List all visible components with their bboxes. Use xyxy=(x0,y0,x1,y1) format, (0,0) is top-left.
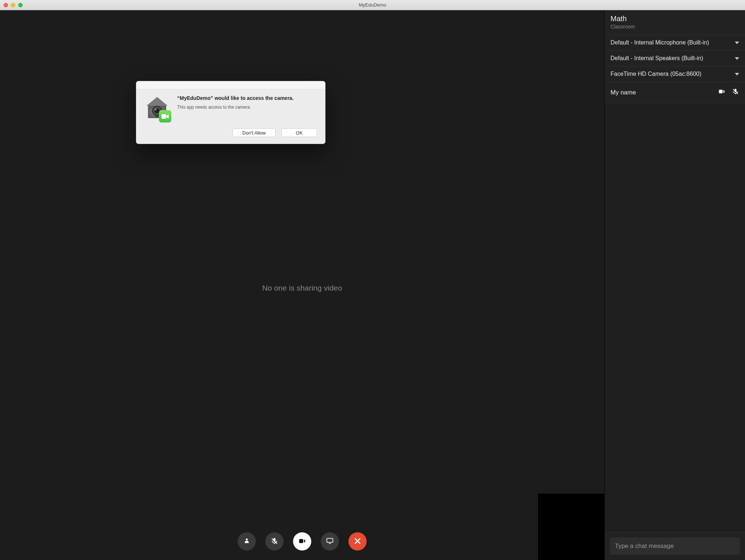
chevron-down-icon xyxy=(735,57,739,60)
self-video-thumbnail[interactable] xyxy=(538,494,604,560)
facetime-icon xyxy=(159,110,171,122)
camera-icon xyxy=(298,537,306,546)
mic-muted-icon xyxy=(732,88,739,97)
end-call-button[interactable] xyxy=(348,532,367,551)
window-title: MyEduDemo xyxy=(0,2,745,8)
participant-row: My name xyxy=(605,82,745,103)
room-title: Math xyxy=(611,15,739,23)
camera-permission-dialog: “MyEduDemo” would like to access the cam… xyxy=(136,81,325,144)
svg-point-0 xyxy=(246,538,248,540)
ok-button[interactable]: OK xyxy=(281,128,317,137)
person-icon xyxy=(243,537,251,546)
svg-rect-16 xyxy=(735,93,736,94)
titlebar: MyEduDemo xyxy=(0,0,745,10)
privacy-icon xyxy=(144,95,171,122)
chat-input-area xyxy=(605,532,745,560)
svg-rect-4 xyxy=(299,539,303,543)
mic-select-label: Default - Internal Microphone (Built-in) xyxy=(611,39,709,46)
camera-on-icon xyxy=(718,88,725,97)
participant-name: My name xyxy=(611,89,636,96)
sidebar-header: Math Classroom xyxy=(605,10,745,35)
svg-rect-2 xyxy=(274,543,275,544)
svg-rect-6 xyxy=(329,543,331,544)
call-toolbar xyxy=(238,532,367,551)
no-video-label: No one is sharing video xyxy=(262,284,342,292)
dialog-title: “MyEduDemo” would like to access the cam… xyxy=(177,95,294,102)
chat-input[interactable] xyxy=(610,537,740,555)
camera-select-label: FaceTime HD Camera (05ac:8600) xyxy=(611,71,701,77)
svg-point-12 xyxy=(155,108,156,110)
mute-mic-button[interactable] xyxy=(265,532,284,551)
close-icon xyxy=(354,537,362,546)
speaker-select-label: Default - Internal Speakers (Built-in) xyxy=(611,55,703,62)
mic-select[interactable]: Default - Internal Microphone (Built-in) xyxy=(605,35,745,51)
video-area: No one is sharing video xyxy=(0,10,605,560)
chevron-down-icon xyxy=(735,42,739,44)
svg-rect-14 xyxy=(161,114,166,119)
dont-allow-button[interactable]: Don't Allow xyxy=(233,128,276,137)
camera-select[interactable]: FaceTime HD Camera (05ac:8600) xyxy=(605,66,745,82)
svg-rect-13 xyxy=(155,115,159,117)
mic-off-icon xyxy=(270,537,278,546)
toggle-camera-button[interactable] xyxy=(293,532,311,551)
speaker-select[interactable]: Default - Internal Speakers (Built-in) xyxy=(605,51,745,66)
monitor-icon xyxy=(326,537,334,546)
sidebar: Math Classroom Default - Internal Microp… xyxy=(605,10,745,560)
raise-hand-button[interactable] xyxy=(238,532,256,551)
dialog-subtitle: This app needs access to the camera xyxy=(177,105,294,110)
chevron-down-icon xyxy=(735,73,739,75)
share-screen-button[interactable] xyxy=(321,532,339,551)
chat-log xyxy=(605,103,745,532)
svg-rect-15 xyxy=(719,90,723,93)
svg-marker-7 xyxy=(147,97,168,106)
room-subtitle: Classroom xyxy=(611,24,739,30)
svg-rect-5 xyxy=(327,538,333,542)
